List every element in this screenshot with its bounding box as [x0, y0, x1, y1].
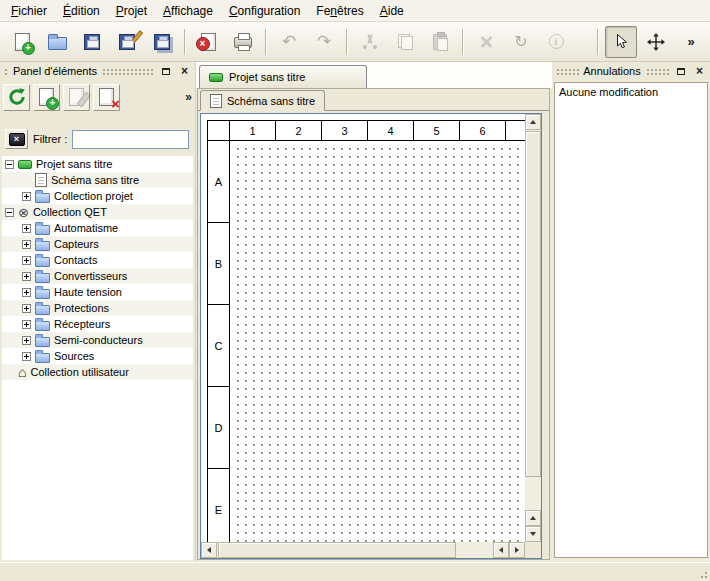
scroll-left-button-right[interactable] — [493, 542, 509, 558]
menu-aide[interactable]: Aide — [372, 0, 412, 21]
scroll-up-button[interactable] — [525, 114, 541, 130]
scroll-left-button[interactable] — [201, 542, 217, 558]
scroll-down-button[interactable] — [525, 526, 541, 542]
menu-edition[interactable]: Édition — [55, 0, 108, 21]
expander-minus-icon[interactable] — [5, 208, 14, 217]
folder-icon — [35, 305, 50, 315]
reload-collections-button[interactable] — [3, 84, 30, 111]
undo-panel-titlebar[interactable]: Annulations × — [552, 62, 710, 80]
tree-item-protections[interactable]: Protections — [2, 300, 193, 316]
tree-item-collection-projet[interactable]: Collection projet — [2, 188, 193, 204]
tree-item-capteurs[interactable]: Capteurs — [2, 236, 193, 252]
column-header-6: 6 — [460, 121, 506, 140]
toolbar-overflow-button[interactable]: » — [675, 26, 707, 58]
close-icon: × — [181, 65, 188, 77]
status-bar — [0, 562, 710, 581]
menu-label-part: rojet — [124, 4, 147, 18]
folder-icon — [35, 225, 50, 235]
rotate-icon: ↻ — [514, 34, 527, 50]
tree-item-semi-conducteurs[interactable]: Semi-conducteurs — [2, 332, 193, 348]
folder-icon — [35, 337, 50, 347]
tree-item-collection-utilisateur[interactable]: ⌂Collection utilisateur — [2, 364, 193, 380]
column-header-1: 1 — [230, 121, 276, 140]
expander-plus-icon[interactable] — [22, 256, 31, 265]
vertical-scroll-thumb[interactable] — [525, 131, 541, 477]
folder-icon — [35, 257, 50, 267]
expander-minus-icon[interactable] — [5, 160, 14, 169]
dock-handle-icon — [555, 67, 579, 75]
tree-item-recepteurs[interactable]: Récepteurs — [2, 316, 193, 332]
menu-label-accel: n — [330, 4, 337, 18]
undo-history-list[interactable]: Aucune modification — [554, 82, 708, 558]
expander-plus-icon[interactable] — [22, 224, 31, 233]
rotate-button[interactable]: ↻ — [505, 26, 537, 58]
filter-input[interactable] — [72, 130, 189, 149]
tab-project[interactable]: Projet sans titre — [199, 65, 367, 88]
element-tree[interactable]: Projet sans titreSchéma sans titreCollec… — [2, 156, 193, 560]
expander-plus-icon[interactable] — [22, 352, 31, 361]
expander-plus-icon[interactable] — [22, 192, 31, 201]
expander-plus-icon[interactable] — [22, 304, 31, 313]
sheet-new-icon — [39, 88, 54, 106]
elements-panel-titlebar[interactable]: Panel d'éléments × — [0, 62, 195, 80]
scroll-right-button[interactable] — [509, 542, 525, 558]
tree-item-automatisme[interactable]: Automatisme — [2, 220, 193, 236]
select-mode-button[interactable] — [605, 26, 637, 58]
schema-canvas[interactable] — [231, 142, 525, 542]
cut-button[interactable] — [354, 26, 386, 58]
close-panel-button[interactable]: × — [692, 64, 707, 78]
float-panel-button[interactable] — [673, 64, 688, 78]
clear-filter-button[interactable] — [5, 129, 28, 149]
horizontal-scroll-thumb[interactable] — [218, 542, 456, 558]
conductor-info-button[interactable] — [540, 26, 572, 58]
menu-fenetres[interactable]: Fenêtres — [308, 0, 371, 21]
tree-item-haute-tension[interactable]: Haute tension — [2, 284, 193, 300]
paste-button[interactable] — [424, 26, 456, 58]
print-button[interactable] — [227, 26, 259, 58]
resize-grip-icon[interactable] — [696, 567, 709, 580]
vertical-scrollbar[interactable] — [525, 114, 541, 542]
expander-plus-icon[interactable] — [22, 272, 31, 281]
expander-plus-icon[interactable] — [22, 288, 31, 297]
schema-view: 123456 ABCDE — [200, 113, 542, 559]
tree-item-sources[interactable]: Sources — [2, 348, 193, 364]
horizontal-scrollbar[interactable] — [201, 542, 525, 558]
column-header-4: 4 — [368, 121, 414, 140]
close-panel-button[interactable]: × — [177, 64, 192, 78]
floppy-all-icon — [154, 34, 170, 50]
menu-affichage[interactable]: Affichage — [155, 0, 221, 21]
expander-plus-icon[interactable] — [22, 240, 31, 249]
tab-schema[interactable]: Schéma sans titre — [200, 90, 325, 111]
save-all-button[interactable] — [146, 26, 178, 58]
pan-mode-button[interactable] — [640, 26, 672, 58]
copy-icon — [398, 34, 413, 50]
new-element-button[interactable] — [33, 84, 60, 111]
toolbar-separator — [346, 29, 348, 55]
copy-button[interactable] — [389, 26, 421, 58]
open-project-button[interactable] — [41, 26, 73, 58]
save-project-as-button[interactable] — [111, 26, 143, 58]
edit-element-button[interactable] — [63, 84, 90, 111]
panel-overflow-button[interactable]: » — [185, 90, 192, 104]
tree-item-collection-qet[interactable]: ⊗Collection QET — [2, 204, 193, 220]
new-project-button[interactable] — [6, 26, 38, 58]
save-project-button[interactable] — [76, 26, 108, 58]
expander-plus-icon[interactable] — [22, 336, 31, 345]
redo-button[interactable]: ↷ — [308, 26, 340, 58]
close-project-button[interactable] — [192, 26, 224, 58]
delete-element-button[interactable] — [93, 84, 120, 111]
scroll-up-button-bottom[interactable] — [525, 510, 541, 526]
tree-item-contacts[interactable]: Contacts — [2, 252, 193, 268]
expander-plus-icon[interactable] — [22, 320, 31, 329]
menu-fichier[interactable]: Fichier — [3, 0, 55, 21]
tree-item-convertisseurs[interactable]: Convertisseurs — [2, 268, 193, 284]
delete-button[interactable] — [470, 26, 502, 58]
undo-button[interactable]: ↶ — [273, 26, 305, 58]
float-panel-button[interactable] — [158, 64, 173, 78]
menu-projet[interactable]: Projet — [108, 0, 155, 21]
tree-item-projet-sans-titre[interactable]: Projet sans titre — [2, 156, 193, 172]
tree-item-schema-sans-titre[interactable]: Schéma sans titre — [2, 172, 193, 188]
menu-configuration[interactable]: Configuration — [221, 0, 308, 21]
toolbar-separator — [597, 29, 599, 55]
dock-handle-icon — [3, 67, 9, 75]
